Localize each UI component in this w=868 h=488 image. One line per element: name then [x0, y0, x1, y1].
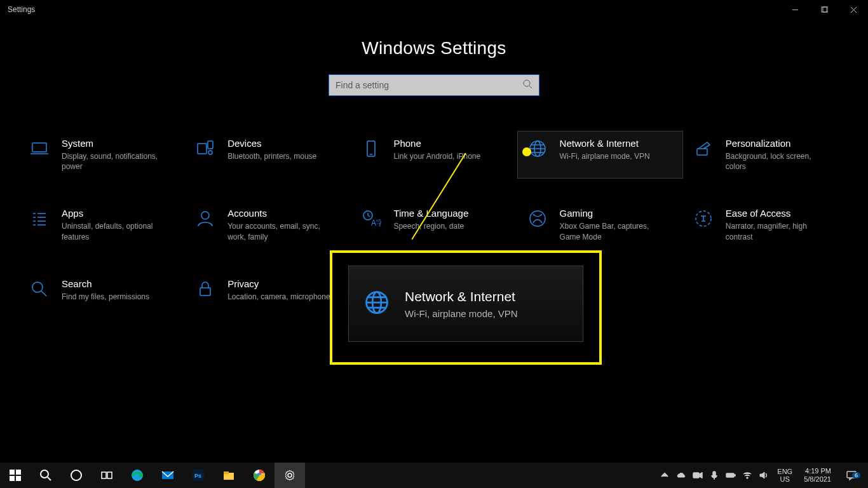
tray-onedrive-icon[interactable]	[674, 470, 688, 480]
tile-subtitle: Uninstall, defaults, optional features	[62, 221, 166, 241]
minimize-button[interactable]	[780, 0, 810, 19]
taskbar-app-chrome[interactable]	[244, 463, 275, 488]
lang-region: US	[777, 475, 792, 483]
clock[interactable]: 4:19 PM 5/8/2021	[799, 467, 836, 484]
tray-chevron-up-icon[interactable]	[658, 470, 672, 480]
svg-rect-10	[208, 141, 213, 149]
settings-window: Settings Windows Settings	[0, 0, 868, 488]
tile-title: Privacy	[227, 278, 330, 289]
svg-marker-69	[760, 472, 764, 478]
tray-microphone-icon[interactable]	[707, 470, 721, 480]
tile-title: Ease of Access	[726, 208, 831, 219]
language-indicator[interactable]: ENG US	[773, 468, 796, 483]
taskbar-app-settings[interactable]	[275, 463, 305, 488]
task-view-button[interactable]	[92, 463, 122, 488]
svg-rect-37	[200, 288, 210, 295]
svg-rect-46	[16, 476, 21, 481]
titlebar: Settings	[0, 0, 868, 19]
tile-subtitle: Display, sound, notifications, power	[62, 151, 166, 172]
svg-point-33	[530, 211, 545, 226]
search-icon	[522, 79, 532, 92]
tray-wifi-icon[interactable]	[740, 470, 754, 480]
tile-title: Phone	[393, 138, 480, 149]
svg-point-68	[747, 477, 748, 478]
tile-title: Search	[62, 278, 149, 289]
svg-text:A字: A字	[371, 219, 381, 227]
svg-rect-1	[822, 7, 827, 12]
magnify-icon	[29, 278, 50, 300]
tile-title: Apps	[62, 208, 166, 219]
tile-accounts[interactable]: Accounts Your accounts, email, sync, wor…	[185, 201, 351, 248]
svg-rect-44	[16, 470, 21, 475]
taskbar-search-button[interactable]	[31, 463, 61, 488]
svg-text:Ps: Ps	[194, 473, 201, 479]
search-box[interactable]	[329, 74, 539, 96]
close-button[interactable]	[839, 0, 868, 19]
tile-subtitle: Xbox Game Bar, captures, Game Mode	[560, 221, 665, 241]
tile-title: Network & Internet	[560, 138, 650, 149]
svg-rect-9	[198, 144, 207, 154]
taskbar-app-photoshop[interactable]: Ps	[183, 463, 214, 488]
globe-icon	[527, 138, 548, 159]
tile-subtitle: Wi-Fi, airplane mode, VPN	[560, 151, 650, 161]
svg-rect-67	[727, 474, 733, 477]
svg-point-49	[71, 470, 81, 480]
time-language-icon: A字	[360, 208, 382, 229]
tile-search[interactable]: Search Find my files, permissions	[19, 271, 185, 309]
svg-line-31	[368, 215, 370, 217]
svg-rect-57	[224, 471, 229, 474]
ease-icon	[693, 208, 714, 229]
tile-subtitle: Speech, region, date	[393, 221, 468, 231]
tile-ease-of-access[interactable]: Ease of Access Narrator, magnifier, high…	[683, 201, 849, 248]
svg-point-28	[201, 212, 209, 219]
tile-phone[interactable]: Phone Link your Android, iPhone	[351, 131, 517, 179]
page-title: Windows Settings	[0, 38, 868, 58]
tile-subtitle: Your accounts, email, sync, work, family	[227, 221, 332, 241]
laptop-icon	[29, 138, 50, 159]
svg-rect-19	[697, 149, 707, 155]
tray-volume-icon[interactable]	[757, 470, 771, 480]
svg-rect-2	[823, 7, 828, 12]
xbox-icon	[527, 208, 548, 229]
tile-title: System	[62, 138, 166, 149]
action-center-button[interactable]: 6	[839, 470, 864, 481]
maximize-button[interactable]	[810, 0, 839, 19]
app-name: Settings	[8, 5, 35, 14]
lang-code: ENG	[777, 468, 792, 475]
tile-apps[interactable]: Apps Uninstall, defaults, optional featu…	[19, 201, 185, 248]
tile-subtitle: Narrator, magnifier, high contrast	[726, 221, 831, 241]
clock-date: 5/8/2021	[804, 475, 831, 484]
tile-gaming[interactable]: Gaming Xbox Game Bar, captures, Game Mod…	[517, 201, 683, 248]
start-button[interactable]	[0, 463, 31, 488]
taskbar-app-edge[interactable]	[122, 463, 153, 488]
tray-meet-now-icon[interactable]	[691, 470, 705, 480]
tile-privacy[interactable]: Privacy Location, camera, microphone	[185, 271, 351, 309]
person-icon	[194, 208, 216, 229]
taskbar-app-mail[interactable]	[153, 463, 183, 488]
tile-time-language[interactable]: A字 Time & Language Speech, region, date	[351, 201, 517, 248]
list-icon	[29, 208, 50, 229]
devices-icon	[194, 138, 216, 159]
paint-icon	[693, 138, 714, 159]
tile-subtitle: Background, lock screen, colors	[726, 151, 831, 172]
cortana-button[interactable]	[61, 463, 92, 488]
tile-devices[interactable]: Devices Bluetooth, printers, mouse	[185, 131, 351, 179]
svg-point-35	[32, 282, 43, 292]
annotation-callout-tile: Network & Internet Wi-Fi, airplane mode,…	[348, 266, 583, 342]
search-input[interactable]	[336, 80, 522, 90]
svg-point-11	[208, 151, 212, 154]
tile-title: Accounts	[227, 208, 332, 219]
tile-title: Gaming	[560, 208, 665, 219]
svg-rect-66	[734, 475, 735, 476]
svg-line-48	[48, 477, 51, 480]
callout-subtitle: Wi-Fi, airplane mode, VPN	[405, 308, 518, 319]
tile-network[interactable]: Network & Internet Wi-Fi, airplane mode,…	[517, 131, 683, 179]
taskbar-app-explorer[interactable]	[214, 463, 244, 488]
svg-marker-62	[700, 473, 702, 478]
tray-battery-icon[interactable]	[724, 470, 738, 480]
tile-subtitle: Link your Android, iPhone	[393, 151, 480, 161]
tile-subtitle: Bluetooth, printers, mouse	[227, 151, 316, 161]
tile-system[interactable]: System Display, sound, notifications, po…	[19, 131, 185, 179]
svg-line-36	[41, 291, 46, 296]
tile-personalization[interactable]: Personalization Background, lock screen,…	[683, 131, 849, 179]
